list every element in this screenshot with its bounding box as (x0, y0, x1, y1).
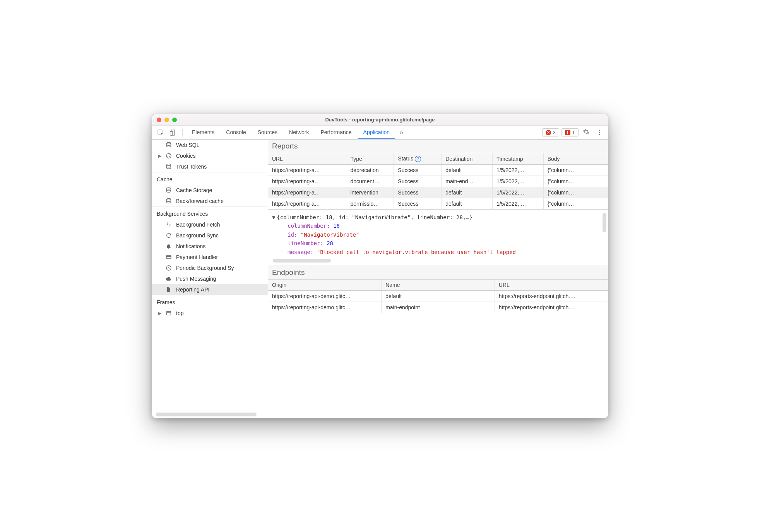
tab-sources[interactable]: Sources (252, 126, 283, 139)
col-type[interactable]: Type (346, 153, 394, 165)
sidebar-label: Cache Storage (176, 187, 212, 193)
tab-network[interactable]: Network (284, 126, 314, 139)
sidebar-label: Push Messaging (176, 276, 216, 282)
col-destination[interactable]: Destination (442, 153, 493, 165)
sidebar-label: Cookies (176, 153, 196, 159)
detail-prop: lineNumber: 28 (272, 239, 604, 247)
clock-icon (165, 265, 172, 271)
detail-h-scrollbar[interactable] (273, 259, 331, 263)
sidebar-label: Reporting API (176, 286, 209, 293)
collapse-caret-icon[interactable]: ▼ (272, 214, 275, 220)
endpoints-title: Endpoints (268, 266, 608, 280)
minimize-window-button[interactable] (164, 118, 169, 122)
main-pane: Web SQL ▶ Cookies Trust Tokens Cache (152, 140, 608, 418)
sidebar-label: top (176, 310, 183, 316)
more-options-icon[interactable]: ⋮ (594, 129, 605, 136)
sidebar-label: Periodic Background Sy (176, 265, 234, 271)
table-row[interactable]: https://reporting-a…document…Successmain… (268, 176, 608, 187)
svg-point-10 (167, 188, 171, 189)
cookie-icon (165, 153, 172, 159)
detail-prop: message: "Blocked call to navigator.vibr… (272, 248, 604, 256)
sidebar-item-cache-storage[interactable]: Cache Storage (152, 185, 268, 196)
table-row[interactable]: https://reporting-a…interventionSuccessd… (268, 187, 608, 198)
sidebar-item-periodic-sync[interactable]: Periodic Background Sy (152, 263, 268, 273)
sidebar-item-reporting-api[interactable]: Reporting API (152, 284, 268, 295)
reports-section: Reports URL Type Status? Destination Tim… (268, 140, 608, 266)
errors-badge[interactable]: ✕ 2 (542, 128, 559, 136)
panel-tabs: Elements Console Sources Network Perform… (187, 126, 395, 139)
svg-point-11 (167, 198, 171, 200)
col-url[interactable]: URL (495, 280, 608, 291)
sidebar-item-bg-fetch[interactable]: Background Fetch (152, 219, 268, 230)
sidebar-item-bf-cache[interactable]: Back/forward cache (152, 196, 268, 206)
col-origin[interactable]: Origin (268, 280, 382, 291)
detail-v-scrollbar[interactable] (603, 213, 606, 232)
svg-point-3 (167, 142, 171, 144)
transfer-icon (165, 222, 172, 228)
settings-icon[interactable] (581, 128, 592, 137)
col-status[interactable]: Status? (394, 153, 442, 165)
endpoints-table: Origin Name URL https://reporting-api-de… (268, 280, 608, 313)
table-row[interactable]: https://reporting-api-demo.glitc…main-en… (268, 302, 608, 313)
sidebar-item-push[interactable]: Push Messaging (152, 273, 268, 284)
sidebar-label: Notifications (176, 243, 205, 249)
issues-badge[interactable]: ! 1 (561, 128, 579, 136)
sidebar-label: Background Fetch (176, 222, 220, 228)
expand-caret-icon[interactable]: ▶ (158, 311, 161, 316)
table-row[interactable]: https://reporting-a…permissio…Successdef… (268, 198, 608, 210)
sync-icon (165, 232, 172, 239)
issue-icon: ! (565, 130, 570, 135)
sidebar-item-trust-tokens[interactable]: Trust Tokens (152, 161, 268, 172)
tab-application[interactable]: Application (358, 126, 395, 139)
sidebar-item-cookies[interactable]: ▶ Cookies (152, 150, 268, 161)
errors-count: 2 (553, 130, 556, 135)
sidebar-group-cache: Cache (152, 172, 268, 185)
sidebar-label: Background Sync (176, 232, 219, 239)
svg-rect-14 (167, 311, 171, 315)
sidebar-item-payment[interactable]: Payment Handler (152, 252, 268, 263)
frame-icon (165, 310, 172, 316)
svg-rect-12 (166, 256, 171, 259)
close-window-button[interactable] (157, 118, 161, 122)
sidebar-label: Payment Handler (176, 254, 218, 260)
sidebar-label: Trust Tokens (176, 164, 207, 170)
sidebar-group-frames: Frames (152, 295, 268, 308)
tab-console[interactable]: Console (221, 126, 251, 139)
application-sidebar: Web SQL ▶ Cookies Trust Tokens Cache (152, 140, 268, 418)
zoom-window-button[interactable] (172, 118, 177, 122)
col-url[interactable]: URL (268, 153, 346, 165)
sidebar-group-bg: Background Services (152, 207, 268, 219)
device-toolbar-icon[interactable] (168, 127, 178, 138)
toolbar: Elements Console Sources Network Perform… (152, 126, 608, 140)
more-tabs-button[interactable]: » (397, 129, 406, 136)
bell-icon (165, 243, 172, 249)
sidebar-item-frame-top[interactable]: ▶ top (152, 308, 268, 319)
database-icon (165, 142, 172, 148)
help-icon[interactable]: ? (415, 156, 421, 162)
tab-performance[interactable]: Performance (315, 126, 357, 139)
card-icon (165, 254, 172, 260)
sidebar-label: Web SQL (176, 142, 199, 148)
document-icon (165, 286, 172, 293)
detail-summary[interactable]: ▼{columnNumber: 18, id: "NavigatorVibrat… (272, 213, 604, 222)
expand-caret-icon[interactable]: ▶ (158, 153, 161, 159)
report-detail: ▼{columnNumber: 18, id: "NavigatorVibrat… (268, 210, 608, 266)
col-name[interactable]: Name (382, 280, 495, 291)
sidebar-h-scrollbar[interactable] (156, 413, 257, 416)
error-icon: ✕ (546, 130, 551, 135)
table-row[interactable]: https://reporting-api-demo.glitc…default… (268, 290, 608, 302)
sidebar-item-notifications[interactable]: Notifications (152, 241, 268, 252)
reports-table: URL Type Status? Destination Timestamp B… (268, 153, 608, 210)
database-icon (165, 187, 172, 193)
svg-point-7 (168, 156, 168, 157)
inspect-element-icon[interactable] (155, 127, 166, 138)
col-body[interactable]: Body (543, 153, 608, 165)
table-row[interactable]: https://reporting-a…deprecationSuccessde… (268, 165, 608, 176)
sidebar-item-web-sql[interactable]: Web SQL (152, 140, 268, 150)
tab-elements[interactable]: Elements (187, 126, 220, 139)
col-timestamp[interactable]: Timestamp (492, 153, 543, 165)
svg-point-9 (167, 164, 171, 165)
traffic-lights (157, 118, 177, 122)
svg-point-6 (169, 154, 169, 155)
sidebar-item-bg-sync[interactable]: Background Sync (152, 230, 268, 241)
